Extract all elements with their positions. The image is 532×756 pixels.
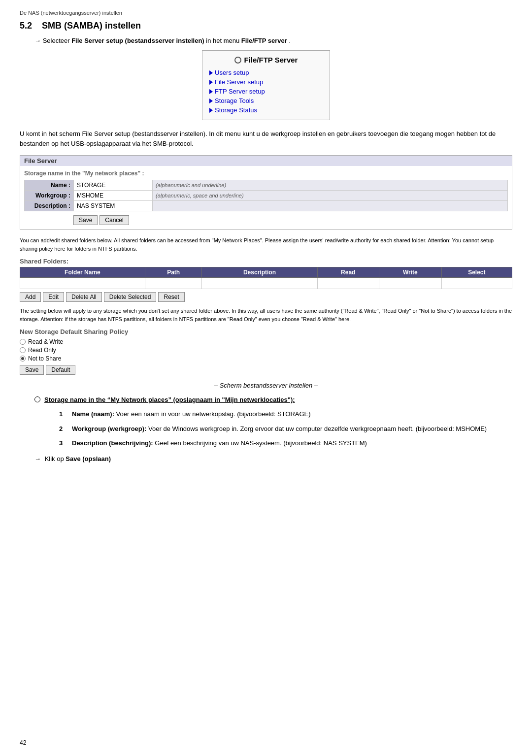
section-heading: SMB (SAMBA) instellen <box>42 21 141 31</box>
edit-button[interactable]: Edit <box>43 292 64 302</box>
menu-item-storagestatus[interactable]: Storage Status <box>209 105 323 115</box>
form-value-workgroup[interactable] <box>74 191 153 201</box>
form-label-description: Description : <box>25 201 74 211</box>
form-hint-workgroup: (alphanumeric, space and underline) <box>153 191 508 201</box>
tri-icon-ftpserver <box>209 89 213 94</box>
folders-table-header: Folder Name Path Description Read Write … <box>20 267 512 278</box>
final-bold: Save (opslaan) <box>66 455 111 462</box>
save-button[interactable]: Save <box>73 215 98 225</box>
delete-selected-button[interactable]: Delete Selected <box>104 292 157 302</box>
final-arrow: Klik op Save (opslaan) <box>34 455 512 462</box>
policy-action-buttons: Save Default <box>20 365 512 375</box>
circle-icon <box>234 57 241 64</box>
intro-bold1: File Server setup (bestandsserver instel… <box>71 37 204 44</box>
form-row-workgroup: Workgroup : (alphanumeric, space and und… <box>25 191 508 201</box>
section-title: 5.2 SMB (SAMBA) instellen <box>20 21 512 31</box>
col-read: Read <box>317 267 379 278</box>
add-button[interactable]: Add <box>20 292 41 302</box>
circle-bullet: Storage name in the “My Network places” … <box>34 396 512 403</box>
section-number: 5.2 <box>20 21 32 31</box>
menu-item-ftpserver[interactable]: FTP Server setup <box>209 87 323 96</box>
col-select: Select <box>441 267 512 278</box>
description-input[interactable] <box>77 202 149 209</box>
workgroup-input[interactable] <box>77 192 149 199</box>
delete-all-button[interactable]: Delete All <box>66 292 102 302</box>
circle-bullet-text: Storage name in the “My Network places” … <box>44 396 295 403</box>
tri-icon-users <box>209 70 213 75</box>
storage-name-label: Storage name in the "My network places" … <box>24 170 508 177</box>
radio-icon-not-to-share <box>20 356 26 362</box>
body-text: U komt in het scherm File Server setup (… <box>20 129 512 148</box>
col-foldername: Folder Name <box>20 267 145 278</box>
form-label-workgroup: Workgroup : <box>25 191 74 201</box>
col-description: Description <box>202 267 317 278</box>
radio-icon-read-only <box>20 347 26 353</box>
numbered-list: 1 Name (naam): Voer een naam in voor uw … <box>59 409 512 448</box>
menu-box-title: File/FTP Server <box>209 56 323 64</box>
file-server-box-header: File Server <box>20 156 512 166</box>
form-value-name[interactable] <box>74 180 153 191</box>
tri-icon-storagestatus <box>209 108 213 113</box>
item1-text: Voer een naam in voor uw netwerkopslag. … <box>114 410 311 418</box>
file-server-box: File Server Storage name in the "My netw… <box>20 155 512 230</box>
menu-item-users[interactable]: Users setup <box>209 68 323 77</box>
item3-bold: Description (beschrijving): <box>72 439 153 447</box>
form-hint-description <box>153 201 508 211</box>
policy-info-text: The setting below will apply to any stor… <box>20 307 512 323</box>
intro-arrow-line: Selecteer File Server setup (bestandsser… <box>34 37 512 44</box>
numbered-item-3: 3 Description (beschrijving): Geef een b… <box>59 438 512 448</box>
form-row-name: Name : (alphanumeric and underline) <box>25 180 508 191</box>
reset-button[interactable]: Reset <box>158 292 184 302</box>
page-number: 42 <box>20 739 26 746</box>
shared-info-text: You can add/edit shared folders below. A… <box>20 236 512 253</box>
menu-item-storagetools[interactable]: Storage Tools <box>209 96 323 105</box>
action-buttons: Add Edit Delete All Delete Selected Rese… <box>20 292 512 302</box>
item2-bold: Workgroup (werkgroep): <box>72 425 146 432</box>
form-value-description[interactable] <box>74 201 153 211</box>
circle-bullet-icon <box>34 396 40 402</box>
cancel-button[interactable]: Cancel <box>100 215 129 225</box>
file-server-box-inner: Storage name in the "My network places" … <box>20 166 512 229</box>
save-cancel-row: Save Cancel <box>24 215 508 225</box>
table-row-empty <box>20 278 512 289</box>
form-label-name: Name : <box>25 180 74 191</box>
menu-box: File/FTP Server Users setup File Server … <box>202 50 330 120</box>
radio-not-to-share[interactable]: Not to Share <box>20 355 512 362</box>
form-table: Name : (alphanumeric and underline) Work… <box>24 180 508 211</box>
col-write: Write <box>379 267 441 278</box>
caption-text: – Scherm bestandsserver instellen – <box>20 382 512 389</box>
numbered-item-2: 2 Workgroup (werkgroep): Voer de Windows… <box>59 424 512 434</box>
intro-bold2: File/FTP server <box>241 37 287 44</box>
policy-save-button[interactable]: Save <box>20 365 44 375</box>
col-path: Path <box>145 267 202 278</box>
policy-section-label: New Storage Default Sharing Policy <box>20 328 512 335</box>
page-header: De NAS (netwerktoegangsserver) instellen <box>20 10 512 16</box>
shared-folders-label: Shared Folders: <box>20 258 512 265</box>
radio-icon-read-write <box>20 339 26 345</box>
form-hint-name: (alphanumeric and underline) <box>153 180 508 191</box>
tri-icon-fileserver <box>209 80 213 85</box>
item2-text: Voer de Windows werkgroep in. Zorg ervoo… <box>146 425 487 432</box>
folders-table: Folder Name Path Description Read Write … <box>20 267 512 289</box>
item1-bold: Name (naam): <box>72 410 114 418</box>
radio-group: Read & Write Read Only Not to Share <box>20 338 512 362</box>
item3-text: Geef een beschrijving van uw NAS-systeem… <box>153 439 367 447</box>
numbered-item-1: 1 Name (naam): Voer een naam in voor uw … <box>59 409 512 419</box>
menu-item-fileserver[interactable]: File Server setup <box>209 77 323 87</box>
form-row-description: Description : <box>25 201 508 211</box>
radio-read-only[interactable]: Read Only <box>20 347 512 354</box>
name-input[interactable] <box>77 182 149 189</box>
policy-default-button[interactable]: Default <box>46 365 75 375</box>
tri-icon-storagetools <box>209 99 213 103</box>
radio-read-write[interactable]: Read & Write <box>20 338 512 345</box>
